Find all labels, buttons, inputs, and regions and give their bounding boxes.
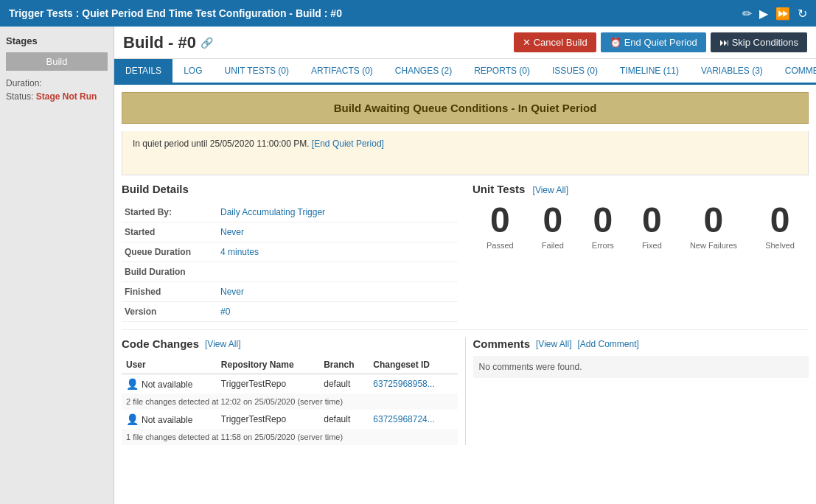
changes-changeset-1: 63725968958...: [369, 374, 457, 394]
section-divider: [122, 329, 809, 330]
build-details: Build Details Started By: Daily Accumula…: [122, 183, 458, 322]
cancel-build-button[interactable]: ✕ Cancel Build: [514, 32, 596, 52]
top-bar-title: Trigger Tests : Quiet Period End Time Te…: [9, 7, 342, 19]
alert-subtext-text: In quiet period until 25/05/2020 11:00:0…: [133, 139, 310, 149]
main-layout: Stages Build Duration: Status: Stage Not…: [0, 27, 816, 504]
failed-label: Failed: [542, 241, 564, 250]
errors-count: 0: [592, 203, 614, 238]
tab-log[interactable]: LOG: [172, 59, 213, 83]
detail-row-started-by: Started By: Daily Accumulating Trigger: [122, 203, 458, 223]
unit-tests-view-all-link[interactable]: [View All]: [533, 185, 568, 195]
shelved-label: Shelved: [765, 241, 795, 250]
end-quiet-period-button[interactable]: ⏰ End Quiet Period: [601, 32, 706, 52]
changes-user-1: 👤Not available: [122, 374, 217, 394]
top-bar-icons: ✏ ▶ ⏩ ↻: [742, 7, 807, 21]
refresh-icon[interactable]: ↻: [798, 7, 807, 21]
detail-row-queue-duration: Queue Duration 4 minutes: [122, 242, 458, 262]
new-failures-label: New Failures: [690, 241, 737, 250]
detail-label-started-by: Started By:: [122, 203, 217, 223]
detail-value-queue-duration: 4 minutes: [217, 242, 458, 262]
build-stage-button[interactable]: Build: [6, 52, 108, 71]
changes-changeset-2: 63725968724...: [369, 410, 457, 429]
tab-artifacts[interactable]: ARTIFACTS (0): [300, 59, 384, 83]
user-avatar-icon-2: 👤: [126, 413, 139, 425]
quiet-icon: ⏰: [610, 37, 621, 48]
tab-changes[interactable]: CHANGES (2): [384, 59, 463, 83]
tab-issues[interactable]: ISSUES (0): [541, 59, 609, 83]
status-label: Status:: [6, 91, 33, 102]
comments-view-all-link[interactable]: [View All]: [536, 339, 571, 349]
detail-value-version: #0: [217, 302, 458, 322]
skip-conditions-button[interactable]: ⏭ Skip Conditions: [711, 32, 807, 52]
alert-subtext: In quiet period until 25/05/2020 11:00:0…: [122, 131, 809, 175]
changes-note-row-1: 2 file changes detected at 12:02 on 25/0…: [122, 393, 458, 410]
changes-repo-2: TriggerTestRepo: [217, 410, 319, 429]
comments-section: Comments [View All] [Add Comment] No com…: [465, 337, 809, 445]
add-comment-link[interactable]: [Add Comment]: [577, 339, 638, 349]
comments-header: Comments [View All] [Add Comment]: [473, 337, 809, 350]
unit-test-errors: 0 Errors: [592, 203, 614, 250]
tab-unit-tests[interactable]: UNIT TESTS (0): [213, 59, 300, 83]
unit-test-failed: 0 Failed: [542, 203, 564, 250]
detail-label-version: Version: [122, 302, 217, 322]
code-changes-section: Code Changes [View All] User Repository …: [122, 337, 465, 445]
tab-reports[interactable]: REPORTS (0): [463, 59, 541, 83]
edit-icon[interactable]: ✏: [742, 7, 752, 21]
detail-row-version: Version #0: [122, 302, 458, 322]
details-section: Build Details Started By: Daily Accumula…: [114, 183, 816, 322]
detail-table: Started By: Daily Accumulating Trigger S…: [122, 203, 458, 322]
changes-view-all-link[interactable]: [View All]: [205, 339, 240, 349]
fast-forward-icon[interactable]: ⏩: [775, 7, 790, 21]
skip-icon: ⏭: [719, 37, 729, 48]
changes-header: Code Changes [View All]: [122, 337, 458, 350]
sidebar: Stages Build Duration: Status: Stage Not…: [0, 27, 114, 504]
col-repo: Repository Name: [217, 356, 319, 374]
changes-note-2: 1 file changes detected at 11:58 on 25/0…: [122, 429, 458, 445]
detail-value-finished: Never: [217, 282, 458, 302]
no-comments-text: No comments were found.: [473, 356, 809, 378]
tab-bar: DETAILS LOG UNIT TESTS (0) ARTIFACTS (0)…: [114, 59, 816, 85]
changes-branch-1: default: [319, 374, 369, 394]
new-failures-count: 0: [690, 203, 737, 238]
changes-row-1: 👤Not available TriggerTestRepo default 6…: [122, 374, 458, 394]
unit-test-fixed: 0 Fixed: [642, 203, 662, 250]
duration-row: Duration:: [6, 78, 108, 88]
changes-user-2: 👤Not available: [122, 410, 217, 429]
detail-row-finished: Finished Never: [122, 282, 458, 302]
detail-label-queue-duration: Queue Duration: [122, 242, 217, 262]
changes-note-1: 2 file changes detected at 12:02 on 25/0…: [122, 393, 458, 410]
unit-test-passed: 0 Passed: [487, 203, 514, 250]
col-branch: Branch: [319, 356, 369, 374]
external-link-icon[interactable]: 🔗: [200, 37, 213, 49]
unit-tests-section: Unit Tests [View All] 0 Passed 0 Failed …: [472, 183, 809, 322]
changeset-link-2[interactable]: 63725968724...: [373, 414, 434, 424]
unit-tests-title: Unit Tests [View All]: [472, 183, 809, 195]
detail-value-build-duration: [217, 262, 458, 282]
tab-variables[interactable]: VARIABLES (3): [690, 59, 774, 83]
col-user: User: [122, 356, 217, 374]
detail-label-finished: Finished: [122, 282, 217, 302]
detail-label-build-duration: Build Duration: [122, 262, 217, 282]
skip-label: Skip Conditions: [732, 37, 798, 48]
build-title: Build - #0 🔗: [123, 33, 213, 52]
bottom-section: Code Changes [View All] User Repository …: [114, 337, 816, 445]
changes-repo-1: TriggerTestRepo: [217, 374, 319, 394]
changes-table-header: User Repository Name Branch Changeset ID: [122, 356, 458, 374]
unit-test-new-failures: 0 New Failures: [690, 203, 737, 250]
cancel-label: Cancel Build: [534, 37, 587, 48]
changes-branch-2: default: [319, 410, 369, 429]
changeset-link-1[interactable]: 63725968958...: [373, 379, 434, 389]
detail-label-started: Started: [122, 223, 217, 242]
col-changeset: Changeset ID: [369, 356, 457, 374]
changes-row-2: 👤Not available TriggerTestRepo default 6…: [122, 410, 458, 429]
fixed-label: Fixed: [642, 241, 662, 250]
play-icon[interactable]: ▶: [759, 7, 768, 21]
status-value: Stage Not Run: [36, 91, 97, 102]
tab-comments[interactable]: COMMENTS (0): [774, 59, 816, 83]
duration-label: Duration:: [6, 78, 42, 88]
tab-timeline[interactable]: TIMELINE (11): [609, 59, 690, 83]
detail-value-started: Never: [217, 223, 458, 242]
end-quiet-period-link[interactable]: [End Quiet Period]: [312, 139, 384, 149]
detail-row-started: Started Never: [122, 223, 458, 242]
tab-details[interactable]: DETAILS: [114, 59, 172, 83]
